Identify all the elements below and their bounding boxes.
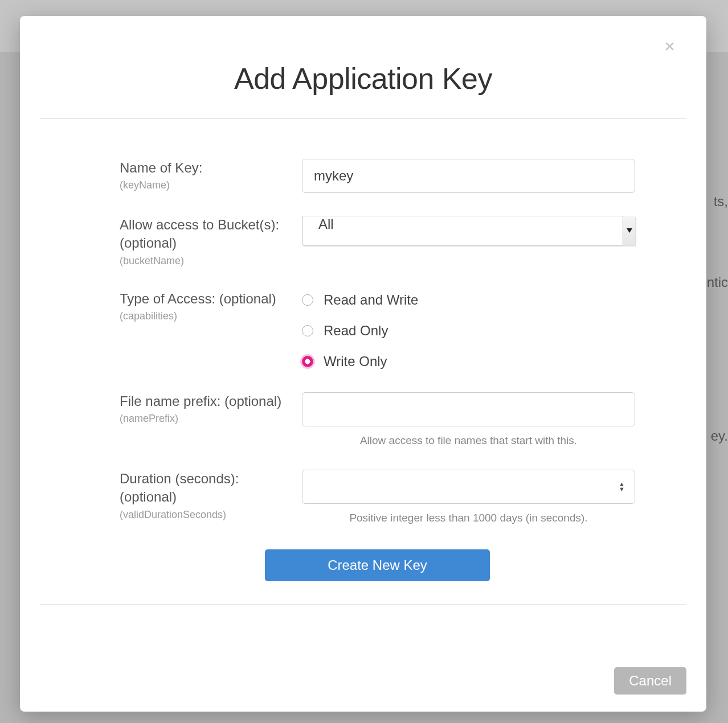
radio-icon [302,325,313,336]
radio-read-only[interactable]: Read Only [302,323,635,339]
label-access-type: Type of Access: (optional) [120,290,291,308]
modal-title: Add Application Key [40,61,686,96]
duration-input[interactable] [302,470,635,504]
add-application-key-modal: × Add Application Key Name of Key: (keyN… [20,16,706,712]
prefix-input[interactable] [302,392,635,426]
label-access-type-sub: (capabilities) [120,310,291,322]
radio-label: Read and Write [324,292,418,308]
radio-icon [302,294,313,306]
radio-label: Write Only [324,354,387,369]
label-key-name-sub: (keyName) [120,179,291,191]
prefix-hint: Allow access to file names that start wi… [302,434,635,447]
close-icon[interactable]: × [664,42,675,51]
radio-write-only[interactable]: Write Only [302,354,635,369]
label-bucket-sub: (bucketName) [120,255,291,267]
label-bucket: Allow access to Bucket(s): (optional) [120,216,291,253]
key-name-input[interactable] [302,159,635,193]
radio-label: Read Only [324,323,388,339]
label-prefix-sub: (namePrefix) [120,413,291,425]
label-duration-sub: (validDurationSeconds) [120,509,291,521]
application-key-form: Name of Key: (keyName) Allow access to B… [40,119,686,604]
label-prefix: File name prefix: (optional) [120,392,291,410]
radio-read-write[interactable]: Read and Write [302,292,635,308]
create-new-key-button[interactable]: Create New Key [265,549,490,581]
label-key-name: Name of Key: [120,159,291,177]
label-duration: Duration (seconds): (optional) [120,470,291,507]
duration-hint: Positive integer less than 1000 days (in… [302,512,635,524]
radio-icon [302,356,313,367]
cancel-button[interactable]: Cancel [614,667,686,695]
bucket-select[interactable]: All [302,216,635,245]
